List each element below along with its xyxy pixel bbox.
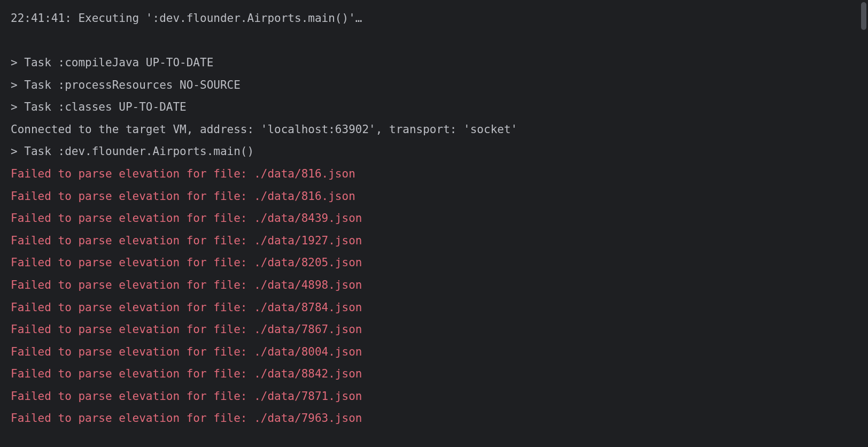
console-line: Failed to parse elevation for file: ./da… [11, 341, 857, 364]
console-line: > Task :dev.flounder.Airports.main() [11, 141, 857, 163]
console-line: > Task :classes UP-TO-DATE [11, 96, 857, 119]
console-line: Failed to parse elevation for file: ./da… [11, 386, 857, 408]
console-line: Failed to parse elevation for file: ./da… [11, 252, 857, 274]
console-line: 22:41:41: Executing ':dev.flounder.Airpo… [11, 7, 857, 30]
console-line: Failed to parse elevation for file: ./da… [11, 297, 857, 319]
scrollbar-thumb[interactable] [861, 2, 866, 30]
console-line: > Task :processResources NO-SOURCE [11, 74, 857, 97]
console-line: Failed to parse elevation for file: ./da… [11, 407, 857, 430]
console-output[interactable]: 22:41:41: Executing ':dev.flounder.Airpo… [0, 0, 868, 447]
console-line: Failed to parse elevation for file: ./da… [11, 319, 857, 341]
console-line: Failed to parse elevation for file: ./da… [11, 207, 857, 230]
console-line: > Task :compileJava UP-TO-DATE [11, 52, 857, 74]
console-line: Failed to parse elevation for file: ./da… [11, 186, 857, 208]
console-line: Failed to parse elevation for file: ./da… [11, 274, 857, 297]
console-line: Failed to parse elevation for file: ./da… [11, 163, 857, 186]
console-line: Failed to parse elevation for file: ./da… [11, 363, 857, 386]
console-line: Connected to the target VM, address: 'lo… [11, 119, 857, 141]
console-line [11, 30, 857, 52]
console-line: Failed to parse elevation for file: ./da… [11, 230, 857, 252]
